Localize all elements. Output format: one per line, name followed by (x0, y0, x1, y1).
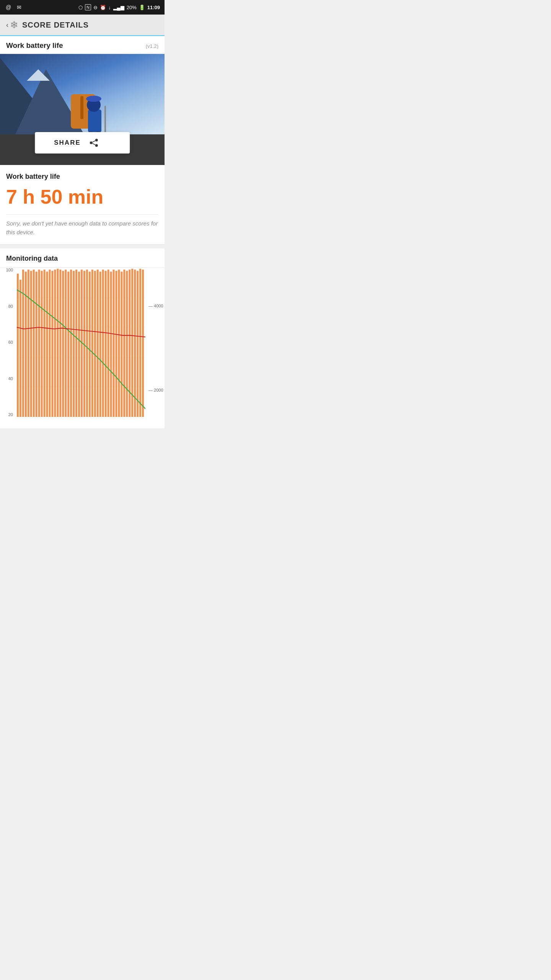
y-label-4000: — 4000 (148, 304, 163, 308)
y-label-60: 60 (8, 340, 13, 345)
svg-point-8 (95, 139, 98, 142)
chart-y-axis-left: 100 80 60 40 20 (0, 268, 15, 417)
svg-rect-60 (126, 271, 128, 417)
share-label: SHARE (54, 139, 81, 147)
battery-percent: 20% (127, 5, 137, 10)
download-icon: ↓ (108, 5, 111, 10)
svg-rect-32 (51, 271, 53, 417)
svg-rect-57 (118, 270, 120, 417)
y-label-20: 20 (8, 412, 13, 417)
svg-rect-30 (46, 272, 48, 417)
svg-rect-55 (113, 270, 115, 417)
svg-rect-34 (57, 269, 59, 417)
status-right-info: ⬠ N ⊖ ⏰ ↓ ▂▄▆ 20% 🔋 11:09 (78, 4, 160, 10)
svg-rect-42 (78, 272, 80, 417)
svg-rect-59 (123, 270, 125, 417)
y-label-40: 40 (8, 376, 13, 381)
svg-rect-33 (54, 270, 56, 417)
svg-rect-25 (33, 270, 35, 417)
back-icon[interactable]: ‹ (6, 21, 8, 29)
svg-rect-39 (70, 270, 72, 417)
svg-rect-52 (105, 271, 107, 417)
svg-rect-45 (86, 270, 88, 417)
bar-chart (17, 269, 144, 417)
svg-rect-22 (25, 272, 27, 417)
version-label: (v1.2) (146, 43, 158, 49)
svg-point-9 (90, 142, 92, 144)
score-note: Sorry, we don't yet have enough data to … (6, 219, 158, 237)
score-value: 7 h 50 min (6, 185, 158, 208)
share-button[interactable]: SHARE (35, 132, 130, 154)
toolbar-title: SCORE DETAILS (22, 21, 89, 29)
svg-rect-23 (28, 270, 29, 417)
hero-image: SHARE (0, 54, 165, 165)
svg-rect-65 (139, 269, 141, 417)
chart-svg (16, 268, 145, 417)
svg-line-12 (92, 144, 95, 145)
svg-rect-27 (38, 270, 40, 417)
monitoring-section: Monitoring data 100 80 60 40 20 — 4000 —… (0, 248, 165, 428)
monitoring-title: Monitoring data (6, 255, 158, 263)
svg-rect-51 (102, 270, 104, 417)
status-left-icons: @ ✉ (5, 3, 23, 11)
svg-rect-66 (142, 270, 144, 417)
svg-rect-64 (137, 271, 139, 417)
svg-rect-21 (22, 270, 24, 417)
chart-area (16, 268, 145, 417)
svg-rect-50 (99, 272, 101, 417)
svg-rect-31 (49, 270, 51, 417)
svg-rect-56 (115, 271, 117, 417)
battery-icon: 🔋 (139, 5, 145, 10)
snowflake-icon: ❄ (10, 19, 18, 31)
y-label-2000: — 2000 (148, 388, 163, 392)
svg-rect-47 (91, 270, 93, 417)
svg-rect-28 (41, 271, 43, 417)
svg-rect-36 (62, 271, 64, 417)
svg-rect-53 (108, 270, 109, 417)
svg-rect-46 (89, 272, 91, 417)
svg-rect-38 (67, 272, 69, 417)
svg-rect-61 (129, 270, 130, 417)
minus-icon: ⊖ (93, 5, 98, 10)
svg-rect-63 (134, 270, 136, 417)
svg-rect-58 (121, 272, 122, 417)
chart-container: 100 80 60 40 20 — 4000 — 2000 (0, 268, 165, 428)
score-divider (6, 214, 158, 215)
mail-icon: ✉ (15, 3, 23, 11)
svg-point-4 (86, 96, 101, 102)
svg-rect-41 (75, 270, 77, 417)
svg-rect-19 (17, 274, 19, 417)
svg-point-10 (95, 144, 98, 147)
section-title: Work battery life (6, 41, 63, 50)
chart-y-axis-right: — 4000 — 2000 (146, 268, 165, 417)
y-label-80: 80 (8, 304, 13, 309)
svg-rect-26 (36, 272, 37, 417)
monitoring-header: Monitoring data (0, 248, 165, 268)
svg-rect-54 (110, 272, 112, 417)
svg-rect-48 (94, 271, 96, 417)
score-label: Work battery life (6, 173, 158, 181)
signal-icon: ▂▄▆ (113, 5, 124, 10)
nfc-icon: N (85, 4, 91, 10)
svg-rect-24 (30, 271, 32, 417)
share-button-container: SHARE (35, 132, 130, 154)
svg-rect-40 (73, 271, 75, 417)
svg-rect-20 (20, 280, 21, 417)
svg-line-11 (92, 141, 95, 142)
toolbar: ‹ ❄ SCORE DETAILS (0, 15, 165, 36)
svg-rect-29 (44, 270, 46, 417)
svg-rect-49 (97, 270, 99, 417)
section-header: Work battery life (v1.2) (0, 36, 165, 54)
svg-rect-37 (65, 270, 67, 417)
share-icon (88, 137, 99, 148)
at-icon: @ (5, 3, 12, 11)
status-bar: @ ✉ ⬠ N ⊖ ⏰ ↓ ▂▄▆ 20% 🔋 11:09 (0, 0, 165, 15)
svg-rect-2 (88, 109, 101, 132)
svg-rect-1 (80, 96, 83, 119)
alarm-icon: ⏰ (100, 5, 106, 10)
svg-rect-35 (59, 270, 61, 417)
clock-time: 11:09 (147, 5, 160, 10)
y-label-100: 100 (6, 268, 13, 272)
score-section: Work battery life 7 h 50 min Sorry, we d… (0, 165, 165, 245)
bluetooth-icon: ⬠ (78, 5, 83, 10)
